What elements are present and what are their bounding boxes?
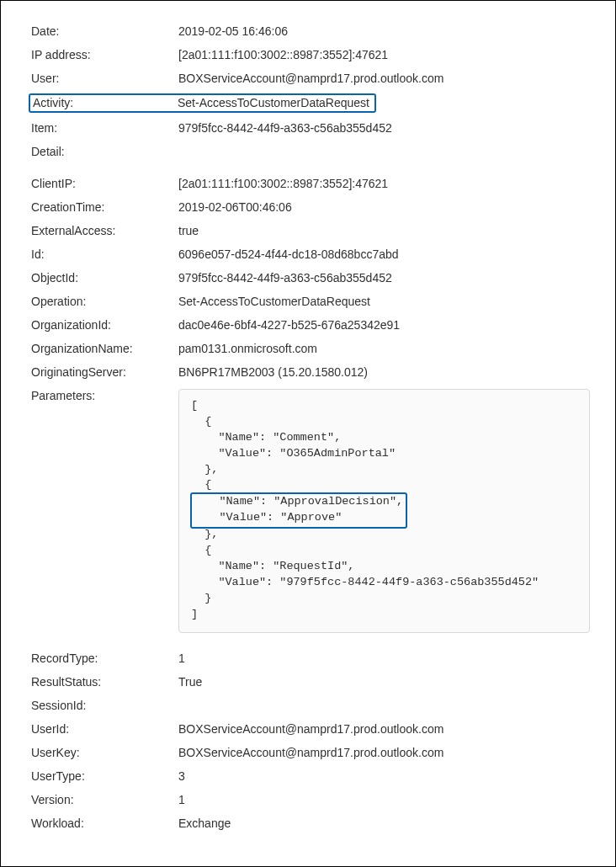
value-user: BOXServiceAccount@namprd17.prod.outlook.… xyxy=(178,72,590,85)
label-parameters: Parameters: xyxy=(31,389,178,402)
code-line: } xyxy=(191,592,211,604)
label-clientip: ClientIP: xyxy=(31,177,178,190)
row-user: User: BOXServiceAccount@namprd17.prod.ou… xyxy=(31,72,590,85)
label-workload: Workload: xyxy=(31,816,178,830)
value-operation: Set-AccessToCustomerDataRequest xyxy=(178,295,590,308)
row-parameters: Parameters: [ { "Name": "Comment", "Valu… xyxy=(31,389,590,633)
row-sessionid: SessionId: xyxy=(31,699,590,712)
value-resultstatus: True xyxy=(178,675,590,689)
value-id: 6096e057-d524-4f44-dc18-08d68bcc7abd xyxy=(178,247,590,261)
row-userkey: UserKey: BOXServiceAccount@namprd17.prod… xyxy=(31,746,590,759)
label-item: Item: xyxy=(31,121,178,135)
code-line: ] xyxy=(191,608,198,620)
code-line: { xyxy=(191,415,211,428)
label-creationtime: CreationTime: xyxy=(31,200,178,214)
code-line: "Value": "979f5fcc-8442-44f9-a363-c56ab3… xyxy=(191,576,539,588)
code-line: [ xyxy=(191,399,198,412)
label-sessionid: SessionId: xyxy=(31,699,178,712)
label-user: User: xyxy=(31,72,178,85)
label-resultstatus: ResultStatus: xyxy=(31,675,178,689)
label-ip: IP address: xyxy=(31,48,178,61)
label-externalaccess: ExternalAccess: xyxy=(31,224,178,237)
value-activity: Set-AccessToCustomerDataRequest xyxy=(178,96,369,109)
row-recordtype: RecordType: 1 xyxy=(31,652,590,665)
code-line: { xyxy=(191,544,211,556)
label-usertype: UserType: xyxy=(31,769,178,783)
value-item: 979f5fcc-8442-44f9-a363-c56ab355d452 xyxy=(178,121,590,135)
label-organizationname: OrganizationName: xyxy=(31,342,178,355)
row-workload: Workload: Exchange xyxy=(31,816,590,830)
parameters-codebox: [ { "Name": "Comment", "Value": "O365Adm… xyxy=(178,389,590,633)
value-date: 2019-02-05 16:46:06 xyxy=(178,24,590,38)
value-userid: BOXServiceAccount@namprd17.prod.outlook.… xyxy=(178,722,590,736)
value-recordtype: 1 xyxy=(178,652,590,665)
row-externalaccess: ExternalAccess: true xyxy=(31,224,590,237)
row-organizationname: OrganizationName: pam0131.onmicrosoft.co… xyxy=(31,342,590,355)
code-line: "Name": "ApprovalDecision", xyxy=(192,495,403,508)
label-objectid: ObjectId: xyxy=(31,271,178,285)
row-item: Item: 979f5fcc-8442-44f9-a363-c56ab355d4… xyxy=(31,121,590,135)
row-resultstatus: ResultStatus: True xyxy=(31,675,590,689)
code-line: "Value": "Approve" xyxy=(192,511,342,524)
row-clientip: ClientIP: [2a01:111:f100:3002::8987:3552… xyxy=(31,177,590,190)
code-line: }, xyxy=(191,463,218,476)
row-detail: Detail: xyxy=(31,145,590,158)
row-version: Version: 1 xyxy=(31,793,590,806)
label-detail: Detail: xyxy=(31,145,178,158)
row-ip: IP address: [2a01:111:f100:3002::8987:35… xyxy=(31,48,590,61)
row-originatingserver: OriginatingServer: BN6PR17MB2003 (15.20.… xyxy=(31,365,590,379)
code-line: "Name": "RequestId", xyxy=(191,560,354,572)
row-date: Date: 2019-02-05 16:46:06 xyxy=(31,24,590,38)
row-activity: Activity: Set-AccessToCustomerDataReques… xyxy=(31,95,590,111)
row-organizationid: OrganizationId: dac0e46e-6bf4-4227-b525-… xyxy=(31,318,590,332)
row-id: Id: 6096e057-d524-4f44-dc18-08d68bcc7abd xyxy=(31,247,590,261)
value-originatingserver: BN6PR17MB2003 (15.20.1580.012) xyxy=(178,365,590,379)
value-organizationname: pam0131.onmicrosoft.com xyxy=(178,342,590,355)
row-objectid: ObjectId: 979f5fcc-8442-44f9-a363-c56ab3… xyxy=(31,271,590,285)
value-externalaccess: true xyxy=(178,224,590,237)
row-operation: Operation: Set-AccessToCustomerDataReque… xyxy=(31,295,590,308)
value-workload: Exchange xyxy=(178,816,590,830)
value-clientip: [2a01:111:f100:3002::8987:3552]:47621 xyxy=(178,177,590,190)
label-organizationid: OrganizationId: xyxy=(31,318,178,332)
code-line: "Name": "Comment", xyxy=(191,431,341,444)
code-line: { xyxy=(191,478,211,491)
label-id: Id: xyxy=(31,247,178,261)
row-userid: UserId: BOXServiceAccount@namprd17.prod.… xyxy=(31,722,590,736)
label-version: Version: xyxy=(31,793,178,806)
row-usertype: UserType: 3 xyxy=(31,769,590,783)
label-recordtype: RecordType: xyxy=(31,652,178,665)
row-creationtime: CreationTime: 2019-02-06T00:46:06 xyxy=(31,200,590,214)
highlight-activity: Activity: Set-AccessToCustomerDataReques… xyxy=(29,93,376,113)
value-ip: [2a01:111:f100:3002::8987:3552]:47621 xyxy=(178,48,590,61)
value-userkey: BOXServiceAccount@namprd17.prod.outlook.… xyxy=(178,746,590,759)
highlight-approval: "Name": "ApprovalDecision", "Value": "Ap… xyxy=(190,492,407,529)
value-creationtime: 2019-02-06T00:46:06 xyxy=(178,200,590,214)
label-userkey: UserKey: xyxy=(31,746,178,759)
code-line: }, xyxy=(191,528,218,540)
value-organizationid: dac0e46e-6bf4-4227-b525-676a25342e91 xyxy=(178,318,590,332)
label-operation: Operation: xyxy=(31,295,178,308)
label-date: Date: xyxy=(31,24,178,38)
label-originatingserver: OriginatingServer: xyxy=(31,365,178,379)
value-usertype: 3 xyxy=(178,769,590,783)
value-version: 1 xyxy=(178,793,590,806)
code-line: "Value": "O365AdminPortal" xyxy=(191,447,396,460)
label-activity: Activity: xyxy=(30,96,178,109)
value-objectid: 979f5fcc-8442-44f9-a363-c56ab355d452 xyxy=(178,271,590,285)
label-userid: UserId: xyxy=(31,722,178,736)
